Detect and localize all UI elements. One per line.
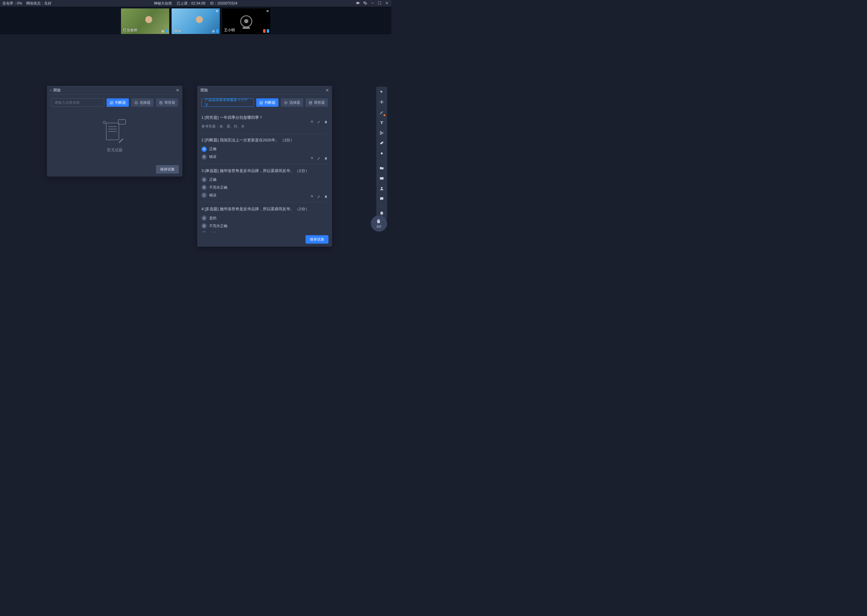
question-title: 2 [判断题] 我国宪法上一次更新是在2020年。 （2分） — [202, 137, 328, 143]
elapsed-time-label: 已上课：02:34:09 — [177, 1, 205, 6]
course-title: 神秘大自然 — [154, 1, 172, 6]
question-title: 1 [简答题] 一年四季分别是哪四季？ — [202, 115, 328, 121]
quiz-name-input[interactable] — [51, 98, 104, 107]
svg-point-13 — [381, 152, 383, 155]
question-list[interactable]: 1 [简答题] 一年四季分别是哪四季？ 参考答案：春、夏、秋、冬2 [判断题] … — [197, 110, 332, 232]
empty-questions-state: 暂无试题 — [47, 110, 183, 162]
option-label: 不完全正确 — [209, 185, 227, 190]
svg-point-15 — [381, 187, 382, 189]
mic-on-icon — [216, 29, 219, 33]
add-short-answer-button[interactable]: 简答题 — [156, 98, 178, 107]
panel-header: ‹ 测验 ✕ — [47, 86, 183, 95]
camera-off-icon — [240, 15, 252, 27]
question-title: 4 [多选题] 施华洛世奇是反华品牌，所以梁鼎琪反华。 （2分） — [202, 206, 328, 212]
option-row[interactable]: A正确 — [202, 177, 328, 182]
participants-icon[interactable] — [379, 185, 385, 192]
question-options: A正确B不完全正确C错误 — [202, 177, 328, 198]
text-tool-icon[interactable] — [379, 120, 385, 126]
add-choice-question-button[interactable]: 选择题 — [131, 98, 153, 107]
question-actions — [310, 156, 328, 160]
option-label: 正确 — [209, 146, 216, 152]
option-label: 是的 — [209, 216, 216, 221]
option-letter: A — [202, 146, 207, 152]
option-letter: B — [202, 154, 207, 160]
add-judge-question-button[interactable]: 判断题 — [107, 98, 129, 107]
pen-tool-icon[interactable] — [379, 110, 385, 115]
save-quiz-button[interactable]: 保存试卷 — [306, 235, 328, 244]
session-id-label: ID：2020070324 — [210, 1, 238, 6]
close-window-icon[interactable] — [385, 1, 389, 6]
close-icon[interactable]: ✕ — [176, 88, 180, 93]
empty-text: 暂无试题 — [107, 148, 123, 153]
svg-rect-0 — [371, 3, 374, 3]
question-item: 1 [简答题] 一年四季分别是哪四季？ 参考答案：春、夏、秋、冬 — [202, 111, 328, 134]
option-letter: A — [202, 177, 207, 182]
video-participants-strip: 叮当老师 ✕ Nina ✕ 王小明 — [0, 6, 391, 34]
move-icon[interactable] — [310, 120, 314, 124]
option-label: 错误 — [209, 231, 216, 232]
option-row[interactable]: B不完全正确 — [202, 223, 328, 229]
option-row[interactable]: B不完全正确 — [202, 185, 328, 190]
save-quiz-button[interactable]: 保存试卷 — [156, 165, 179, 174]
panel-title: 测验 — [200, 88, 208, 93]
delete-icon[interactable] — [324, 120, 328, 124]
hand-icon — [376, 218, 382, 224]
quiz-name-display[interactable]: 产品说试卷名称最多十六个字 — [202, 98, 254, 107]
question-actions — [310, 120, 328, 124]
option-label: 错误 — [209, 154, 216, 159]
question-item: 3 [单选题] 施华洛世奇是反华品牌，所以梁鼎琪反华。 （2分）A正确B不完全正… — [202, 164, 328, 203]
add-short-answer-button[interactable]: 简答题 — [306, 98, 328, 107]
svg-point-4 — [213, 31, 214, 31]
remove-participant-icon[interactable]: ✕ — [266, 9, 269, 13]
minimize-icon[interactable] — [370, 1, 375, 6]
courseware-icon[interactable] — [379, 175, 385, 181]
participant-name: 王小明 — [224, 28, 235, 33]
add-judge-question-button[interactable]: 判断题 — [256, 98, 279, 107]
av-indicators — [212, 29, 219, 33]
edit-icon[interactable] — [317, 156, 321, 160]
remove-participant-icon[interactable]: ✕ — [216, 9, 219, 13]
option-row[interactable]: A正确 — [202, 146, 328, 152]
quiz-toolbar: 产品说试卷名称最多十六个字 判断题 选择题 简答题 — [197, 95, 332, 110]
add-choice-question-button[interactable]: 选择题 — [281, 98, 303, 107]
whiteboard-toolbar — [376, 86, 387, 219]
quiz-toolbar: 判断题 选择题 简答题 — [47, 95, 183, 110]
color-tool-icon[interactable] — [379, 150, 385, 156]
option-letter: C — [202, 193, 207, 198]
video-tile-teacher[interactable]: 叮当老师 — [121, 8, 169, 34]
scissors-tool-icon[interactable] — [379, 130, 385, 136]
edit-icon[interactable] — [317, 195, 321, 198]
close-icon[interactable]: ✕ — [325, 88, 329, 93]
video-tile-student[interactable]: ✕ 王小明 — [222, 8, 270, 34]
edit-icon[interactable] — [317, 120, 321, 124]
move-tool-icon[interactable] — [379, 99, 385, 105]
camera-toggle-icon[interactable] — [356, 1, 360, 6]
move-icon[interactable] — [310, 195, 314, 198]
fullscreen-icon[interactable] — [377, 1, 382, 6]
participant-name: Nina — [173, 28, 181, 33]
eraser-tool-icon[interactable] — [379, 140, 385, 146]
option-row[interactable]: C错误 — [202, 193, 328, 198]
question-item: 4 [多选题] 施华洛世奇是反华品牌，所以梁鼎琪反华。 （2分）A是的B不完全正… — [202, 203, 328, 232]
participant-name: 叮当老师 — [123, 28, 137, 33]
hand-raise-badge[interactable]: 0/2 — [371, 215, 387, 232]
av-indicators — [161, 29, 168, 33]
delete-icon[interactable] — [324, 195, 328, 198]
settings-icon[interactable] — [363, 1, 367, 6]
svg-rect-14 — [380, 177, 383, 179]
move-icon[interactable] — [310, 156, 314, 160]
pointer-tool-icon[interactable] — [379, 89, 385, 95]
delete-icon[interactable] — [324, 156, 328, 160]
mic-muted-icon — [263, 29, 265, 33]
option-row[interactable]: C错误 — [202, 231, 328, 232]
question-title: 3 [单选题] 施华洛世奇是反华品牌，所以梁鼎琪反华。 （2分） — [202, 168, 328, 174]
option-row[interactable]: B错误 — [202, 154, 328, 160]
video-tile-student[interactable]: ✕ Nina — [172, 8, 220, 34]
chat-icon[interactable] — [379, 196, 385, 202]
back-icon[interactable]: ‹ — [50, 88, 51, 92]
folder-icon[interactable] — [379, 165, 385, 171]
network-status-label: 网络状态：良好 — [26, 1, 52, 6]
option-letter: B — [202, 185, 207, 190]
option-label: 错误 — [209, 193, 216, 198]
option-row[interactable]: A是的 — [202, 215, 328, 221]
